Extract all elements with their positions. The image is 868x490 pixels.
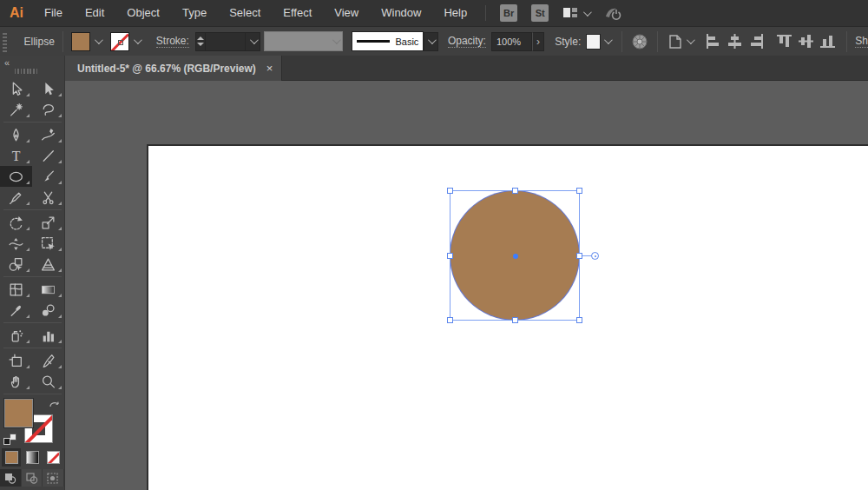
workspace-switcher[interactable]: [562, 6, 589, 20]
tool-eyedropper[interactable]: [0, 300, 32, 321]
canvas-area[interactable]: [65, 81, 868, 490]
tool-slice[interactable]: [32, 350, 64, 371]
default-fill-stroke-icon[interactable]: [3, 434, 16, 445]
tool-scale[interactable]: [32, 212, 64, 233]
align-bottom-icon[interactable]: [819, 33, 836, 50]
align-center-v-icon[interactable]: [798, 33, 814, 50]
stroke-dropdown-button[interactable]: [129, 32, 144, 51]
stroke-panel-link[interactable]: Stroke:: [156, 35, 189, 48]
tool-gradient[interactable]: [32, 279, 64, 300]
mesh-tool-icon: [8, 281, 24, 298]
document-tab[interactable]: Untitled-5* @ 66.67% (RGB/Preview) ×: [65, 56, 282, 81]
tool-zoom[interactable]: [32, 371, 64, 392]
tool-group-separator: [3, 394, 62, 394]
artboard-tool-icon: [8, 353, 24, 369]
color-button[interactable]: [2, 448, 21, 467]
collapse-panel-button[interactable]: «: [4, 57, 10, 68]
menu-file[interactable]: File: [33, 0, 74, 26]
tool-blend[interactable]: [32, 300, 64, 321]
handle-top-right[interactable]: [576, 188, 582, 194]
chevron-down-icon: [332, 36, 341, 44]
style-dropdown-button[interactable]: [601, 32, 614, 51]
stroke-swatch[interactable]: [110, 32, 129, 51]
tool-pencil[interactable]: [0, 187, 32, 208]
menu-edit[interactable]: Edit: [74, 0, 115, 26]
stock-button[interactable]: St: [531, 4, 549, 22]
menu-object[interactable]: Object: [115, 0, 171, 26]
handle-bottom-right[interactable]: [576, 317, 582, 323]
menu-type[interactable]: Type: [171, 0, 218, 26]
select-similar-control[interactable]: [666, 32, 693, 51]
gradient-button[interactable]: [23, 448, 42, 467]
recolor-artwork-icon[interactable]: [630, 32, 649, 51]
tool-perspective-grid[interactable]: [32, 254, 64, 275]
stroke-weight-dropdown[interactable]: [246, 32, 260, 51]
align-top-icon[interactable]: [776, 33, 792, 50]
tool-rotate[interactable]: [0, 212, 32, 233]
opacity-more-button[interactable]: ›: [532, 32, 545, 51]
tool-paintbrush[interactable]: [32, 166, 64, 187]
menu-help[interactable]: Help: [432, 0, 478, 26]
tool-type[interactable]: T: [0, 145, 32, 166]
chevron-down-icon: [95, 36, 103, 44]
pie-widget-handle[interactable]: [591, 252, 599, 260]
handle-middle-left[interactable]: [447, 253, 453, 259]
sync-status[interactable]: [603, 4, 622, 22]
stroke-weight-stepper[interactable]: [195, 32, 206, 51]
brush-definition-dropdown[interactable]: Basic: [352, 31, 424, 51]
fill-proxy[interactable]: [4, 399, 33, 427]
handle-middle-right[interactable]: [576, 253, 582, 259]
panel-drag-grip[interactable]: [15, 69, 37, 74]
tool-line-segment[interactable]: [32, 145, 64, 166]
tool-direct-selection[interactable]: [32, 78, 64, 99]
swap-fill-stroke-icon[interactable]: [49, 400, 60, 411]
shape-panel-link-truncated[interactable]: Sh: [855, 35, 868, 48]
stroke-weight-field[interactable]: [206, 32, 247, 51]
tool-hand[interactable]: [0, 371, 32, 392]
tab-close-icon[interactable]: ×: [266, 62, 273, 75]
tool-mesh[interactable]: [0, 279, 32, 300]
brush-dropdown-button[interactable]: [424, 32, 438, 51]
menu-select[interactable]: Select: [218, 0, 272, 26]
tool-shape-builder[interactable]: [0, 254, 32, 275]
none-button[interactable]: [43, 448, 62, 467]
opacity-panel-link[interactable]: Opacity:: [448, 35, 486, 48]
tool-symbol-sprayer[interactable]: [0, 325, 32, 346]
tool-column-graph[interactable]: [32, 325, 64, 346]
handle-bottom-left[interactable]: [447, 317, 453, 323]
align-center-h-icon[interactable]: [727, 33, 743, 50]
fill-color-control[interactable]: [71, 32, 105, 51]
handle-top-center[interactable]: [512, 188, 518, 194]
tool-magic-wand[interactable]: [0, 99, 32, 120]
tool-scissors[interactable]: [32, 187, 64, 208]
draw-normal-button[interactable]: [0, 469, 22, 487]
draw-behind-button[interactable]: [22, 469, 43, 487]
tool-artboard[interactable]: [0, 350, 32, 371]
style-swatch[interactable]: [586, 34, 601, 50]
handle-bottom-center[interactable]: [512, 317, 518, 323]
align-left-icon[interactable]: [705, 33, 721, 50]
bridge-button[interactable]: Br: [500, 4, 517, 22]
panel-grip[interactable]: [3, 31, 7, 52]
tool-free-transform[interactable]: [32, 233, 64, 254]
tool-width[interactable]: [0, 233, 32, 254]
shape-center-point[interactable]: [513, 254, 518, 259]
tool-pen[interactable]: [0, 124, 32, 145]
menu-window[interactable]: Window: [370, 0, 432, 26]
handle-top-left[interactable]: [447, 188, 453, 194]
opacity-field[interactable]: 100%: [491, 32, 532, 51]
draw-inside-button[interactable]: [43, 469, 64, 487]
tool-ellipse[interactable]: [0, 166, 32, 187]
tool-lasso[interactable]: [32, 99, 64, 120]
tool-selection[interactable]: [0, 78, 32, 99]
sync-status-icon: [603, 4, 622, 22]
tool-grid: T: [0, 78, 65, 396]
fill-swatch[interactable]: [71, 32, 90, 51]
stroke-color-control[interactable]: [110, 32, 144, 51]
fill-dropdown-button[interactable]: [90, 32, 105, 51]
illustrator-window: Ai File Edit Object Type Select Effect V…: [0, 0, 868, 490]
tool-curvature[interactable]: [32, 124, 64, 145]
menu-effect[interactable]: Effect: [272, 0, 323, 26]
align-right-icon[interactable]: [748, 33, 765, 50]
menu-view[interactable]: View: [323, 0, 370, 26]
